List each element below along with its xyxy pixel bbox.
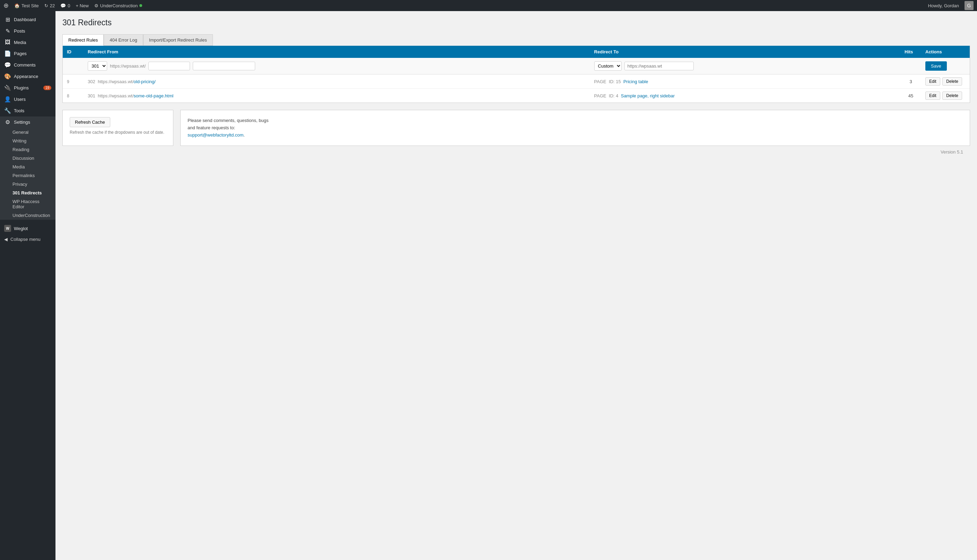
page-name-link[interactable]: Pricing table (623, 79, 648, 84)
sidebar-item-weglot[interactable]: W Weglot (0, 222, 55, 234)
comments-link[interactable]: 💬 0 (60, 3, 70, 8)
submenu-media[interactable]: Media (0, 163, 55, 171)
info-text-3: . (243, 132, 245, 138)
dashboard-icon: ⊞ (4, 16, 11, 23)
sidebar-item-dashboard[interactable]: ⊞ Dashboard (0, 14, 55, 25)
sidebar-item-pages[interactable]: 📄 Pages (0, 48, 55, 59)
url-prefix-label: https://wpsaas.wt/ (110, 63, 145, 68)
sidebar-item-posts[interactable]: ✎ Posts (0, 25, 55, 37)
redirect-from-query-input[interactable] (193, 62, 255, 70)
tools-icon: 🔧 (4, 107, 11, 114)
save-redirect-button[interactable]: Save (925, 61, 947, 71)
site-name-link[interactable]: 🏠 Test Site (14, 3, 39, 8)
pages-icon: 📄 (4, 50, 11, 57)
redirect-from-inputs: 301302 https://wpsaas.wt/ (88, 61, 586, 71)
header-redirect-to: Redirect To (590, 46, 900, 58)
header-hits: Hits (900, 46, 921, 58)
tab-import-export[interactable]: Import/Export Redirect Rules (143, 34, 213, 46)
edit-button[interactable]: Edit (925, 92, 940, 100)
sidebar-item-plugins[interactable]: 🔌 Plugins 19 (0, 82, 55, 93)
redirect-dest-input[interactable] (625, 62, 694, 70)
sidebar-item-media[interactable]: 🖼 Media (0, 37, 55, 48)
plugins-icon: 🔌 (4, 85, 11, 91)
sidebar-nav: ⊞ Dashboard ✎ Posts 🖼 Media 📄 Pages 💬 Co… (0, 11, 55, 222)
table-row: 9 302 https://wpsaas.wt/old-pricing/ PAG… (63, 75, 970, 89)
sidebar-label-posts: Posts (14, 28, 25, 33)
refresh-cache-description: Refresh the cache if the dropdowns are o… (70, 130, 166, 135)
version-text: Version 5.1 (940, 149, 963, 155)
weglot-label: Weglot (14, 226, 28, 231)
url-path-link[interactable]: old-pricing/ (134, 79, 156, 84)
wp-logo[interactable]: ⊕ (3, 2, 9, 9)
sidebar-item-settings[interactable]: ⚙ Settings (0, 117, 55, 128)
appearance-icon: 🎨 (4, 73, 11, 80)
submenu-reading[interactable]: Reading (0, 145, 55, 154)
header-redirect-from: Redirect From (84, 46, 590, 58)
redirect-from-path-input[interactable] (149, 62, 190, 70)
table-row: 8 301 https://wpsaas.wt/some-old-page.ht… (63, 89, 970, 103)
weglot-icon: W (4, 225, 11, 232)
page-title: 301 Redirects (62, 18, 970, 27)
updates-link[interactable]: ↻ 22 (44, 3, 55, 8)
new-content-link[interactable]: + New (76, 3, 89, 8)
updates-icon: ↻ (44, 3, 48, 8)
sidebar-label-users: Users (14, 97, 26, 102)
submenu-underconstruction[interactable]: UnderConstruction (0, 211, 55, 220)
submenu-permalinks[interactable]: Permalinks (0, 171, 55, 180)
submenu-privacy[interactable]: Privacy (0, 180, 55, 188)
users-icon: 👤 (4, 96, 11, 103)
sidebar-item-tools[interactable]: 🔧 Tools (0, 105, 55, 117)
online-indicator (139, 4, 142, 7)
wp-icon: ⊕ (3, 2, 9, 9)
page-label: PAGE (594, 79, 606, 84)
sidebar-item-appearance[interactable]: 🎨 Appearance (0, 71, 55, 82)
bottom-section: Refresh Cache Refresh the cache if the d… (62, 110, 970, 146)
delete-button[interactable]: Delete (942, 92, 962, 100)
settings-submenu: General Writing Reading Discussion Media… (0, 128, 55, 220)
tab-redirect-rules[interactable]: Redirect Rules (62, 34, 104, 46)
submenu-writing[interactable]: Writing (0, 137, 55, 145)
submenu-wp-htaccess[interactable]: WP Htaccess Editor (0, 197, 55, 211)
sidebar-label-appearance: Appearance (14, 74, 38, 79)
add-redirect-row: 301302 https://wpsaas.wt/ CustomPage (63, 58, 970, 75)
page-id: ID: 4 (609, 93, 618, 98)
posts-icon: ✎ (4, 28, 11, 34)
redirect-code: 302 (88, 79, 95, 84)
redirect-code: 301 (88, 93, 95, 98)
header-actions: Actions (921, 46, 970, 58)
redirect-to-inputs: CustomPage (594, 61, 896, 71)
info-text-2: and feature requests to: (187, 125, 235, 130)
url-path-link[interactable]: some-old-page.html (134, 93, 173, 98)
redirects-table: ID Redirect From Redirect To Hits Action… (63, 46, 970, 103)
submenu-general[interactable]: General (0, 128, 55, 137)
tab-404-error-log[interactable]: 404 Error Log (104, 34, 143, 46)
page-name-link[interactable]: Sample page, right sidebar (621, 93, 675, 98)
page-id: ID: 15 (609, 79, 621, 84)
collapse-label: Collapse menu (10, 237, 40, 242)
info-card: Please send comments, questions, bugs an… (180, 110, 970, 146)
row-number: 9 (67, 79, 69, 84)
plugins-badge: 19 (43, 86, 51, 90)
sidebar-label-pages: Pages (14, 51, 27, 56)
plugin-link[interactable]: ⚙ UnderConstruction (94, 3, 142, 8)
sidebar-item-comments[interactable]: 💬 Comments (0, 59, 55, 71)
sidebar-label-settings: Settings (14, 120, 30, 125)
avatar[interactable]: G (965, 1, 974, 10)
new-label: + New (76, 3, 89, 8)
delete-button[interactable]: Delete (942, 77, 962, 86)
sidebar-label-dashboard: Dashboard (14, 17, 36, 22)
updates-count: 22 (50, 3, 55, 8)
row-number: 8 (67, 93, 69, 98)
info-text-1: Please send comments, questions, bugs (187, 118, 268, 123)
collapse-menu-button[interactable]: ◀ Collapse menu (0, 234, 55, 244)
redirect-code-select[interactable]: 301302 (88, 61, 107, 71)
submenu-301-redirects[interactable]: 301 Redirects (0, 188, 55, 197)
submenu-discussion[interactable]: Discussion (0, 154, 55, 163)
support-email-link[interactable]: support@webfactoryltd.com (187, 132, 243, 138)
edit-button[interactable]: Edit (925, 77, 940, 86)
refresh-cache-button[interactable]: Refresh Cache (70, 117, 110, 127)
redirect-type-select[interactable]: CustomPage (594, 61, 621, 71)
home-icon: 🏠 (14, 3, 20, 8)
sidebar-label-media: Media (14, 40, 26, 45)
sidebar-item-users[interactable]: 👤 Users (0, 93, 55, 105)
